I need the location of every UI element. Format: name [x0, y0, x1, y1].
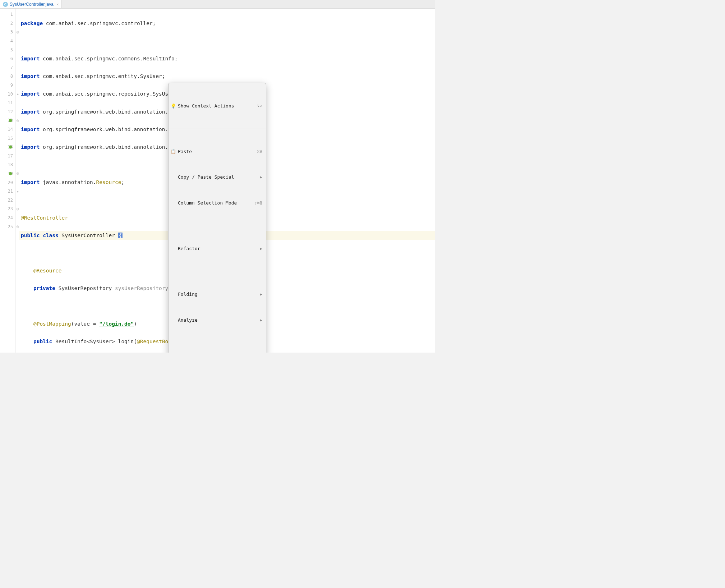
menu-analyze[interactable]: Analyze▶ — [168, 316, 266, 324]
line-number: 2 — [0, 19, 15, 28]
line-number: 17 — [0, 152, 15, 161]
close-icon[interactable]: × — [56, 2, 59, 6]
line-number: 22 — [0, 196, 15, 205]
fold-toggle[interactable]: ⊖ — [16, 169, 19, 178]
fold-arrow[interactable]: ▸ — [16, 187, 19, 196]
fold-arrow[interactable]: ▸ — [16, 89, 19, 98]
svg-point-1 — [9, 146, 12, 149]
tab-file[interactable]: C SysUserController.java × — [0, 0, 62, 8]
spring-bean-icon[interactable] — [8, 145, 13, 149]
line-gutter: 1 2 3 4 5 6 7 8 9 10 11 12 13 14 15 16 1… — [0, 9, 16, 353]
bulb-icon: 💡 — [171, 102, 176, 111]
line-number: 13 — [0, 116, 15, 125]
line-number: 1 — [0, 10, 15, 19]
fold-toggle[interactable]: ⊖ — [16, 205, 19, 213]
line-number: 4 — [0, 37, 15, 46]
menu-show-context-actions[interactable]: 💡Show Context Actions⌥↩ — [168, 102, 266, 110]
line-number: 11 — [0, 98, 15, 107]
line-number: 10 — [0, 89, 15, 98]
code-area[interactable]: package com.anbai.sec.springmvc.controll… — [19, 9, 435, 353]
menu-refactor[interactable]: Refactor▶ — [168, 245, 266, 253]
line-number: 20 — [0, 178, 15, 187]
fold-toggle[interactable]: ⊖ — [16, 222, 19, 231]
line-number: 5 — [0, 45, 15, 54]
fold-toggle[interactable]: ⊖ — [16, 28, 19, 37]
line-number: 15 — [0, 134, 15, 143]
svg-point-2 — [9, 172, 12, 175]
line-number: 14 — [0, 125, 15, 134]
line-number: 7 — [0, 63, 15, 72]
line-number: 24 — [0, 213, 15, 222]
line-number: 21 — [0, 187, 15, 196]
clipboard-icon: 📋 — [171, 147, 176, 156]
fold-strip: ⊖ ▸ ⊖ ⊖ ▸ ⊖ ⊖ — [16, 9, 19, 353]
line-number: 25 — [0, 222, 15, 231]
menu-copy-paste-special[interactable]: Copy / Paste Special▶ — [168, 174, 266, 182]
menu-paste[interactable]: 📋Paste⌘V — [168, 148, 266, 156]
line-number: 3 — [0, 28, 15, 37]
spring-bean-icon[interactable] — [8, 171, 13, 176]
class-icon: C — [3, 2, 8, 7]
editor: 1 2 3 4 5 6 7 8 9 10 11 12 13 14 15 16 1… — [0, 9, 435, 353]
line-number: 23 — [0, 205, 15, 213]
spring-bean-icon[interactable] — [8, 118, 13, 123]
tab-bar: C SysUserController.java × — [0, 0, 435, 9]
svg-point-0 — [9, 119, 12, 122]
line-number: 18 — [0, 160, 15, 169]
menu-column-selection[interactable]: Column Selection Mode⇧⌘8 — [168, 199, 266, 207]
line-number: 16 — [0, 143, 15, 152]
line-number: 9 — [0, 81, 15, 90]
line-number: 19 — [0, 169, 15, 178]
fold-toggle[interactable]: ⊖ — [16, 116, 19, 125]
tab-label: SysUserController.java — [10, 2, 54, 7]
menu-folding[interactable]: Folding▶ — [168, 291, 266, 299]
line-number: 12 — [0, 107, 15, 116]
line-number: 6 — [0, 54, 15, 63]
line-number: 8 — [0, 72, 15, 81]
context-menu: 💡Show Context Actions⌥↩ 📋Paste⌘V Copy / … — [168, 83, 266, 353]
